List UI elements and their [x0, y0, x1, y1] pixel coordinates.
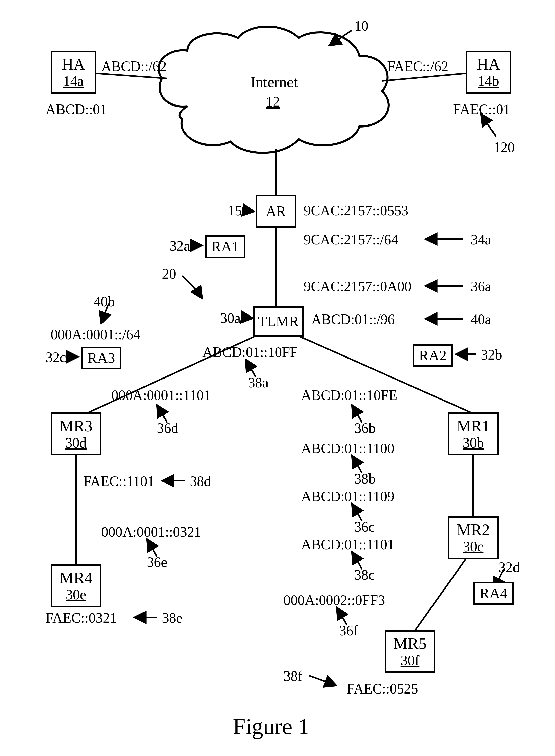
node-ra2: RA2: [413, 344, 453, 367]
link-ha-b-internet: [382, 73, 466, 81]
link-mr2-mr5: [410, 559, 466, 637]
node-mr4: MR4 30e: [51, 564, 101, 607]
ha-b-title: HA: [477, 56, 500, 73]
mr5-title: MR5: [393, 635, 427, 652]
ha-a-addr: ABCD::01: [46, 101, 107, 118]
mr3-sub: 30d: [65, 436, 87, 450]
ref-40a: 40a: [471, 311, 491, 327]
node-ra1: RA1: [205, 235, 246, 258]
addr-34a: 9CAC:2157::/64: [304, 231, 398, 248]
ref-40b: 40b: [94, 294, 115, 310]
addr-38b: ABCD:01::1100: [301, 440, 394, 456]
mr1-sub: 30b: [463, 436, 484, 450]
ref-38a: 38a: [248, 374, 268, 391]
node-mr2: MR2 30c: [448, 516, 499, 559]
addr-38f: FAEC::0525: [347, 681, 418, 697]
ref-38d: 38d: [190, 473, 211, 489]
mr1-title: MR1: [457, 417, 490, 434]
ref-15: 15: [228, 203, 242, 219]
ha-b-sub: 14b: [478, 74, 499, 89]
ref-leader-30a: [246, 317, 253, 318]
figure-title: Figure 1: [233, 713, 309, 740]
ref-36b: 36b: [354, 420, 376, 436]
mr4-title: MR4: [59, 569, 93, 586]
ref-38f: 38f: [284, 668, 302, 684]
node-mr3: MR3 30d: [51, 412, 101, 455]
ref-30a: 30a: [220, 310, 241, 326]
node-tlmr: TLMR: [253, 306, 304, 337]
ref-32d: 32d: [499, 559, 520, 575]
node-mr5: MR5 30f: [385, 630, 435, 673]
ref-leader-15: [243, 210, 254, 212]
addr-36d: 000A:0001::1101: [111, 387, 211, 403]
addr-36f: 000A:0002::0FF3: [284, 592, 385, 608]
node-mr1: MR1 30b: [448, 412, 499, 455]
addr-40a: ABCD:01::/96: [311, 311, 395, 327]
ref-34a: 34a: [471, 231, 491, 248]
node-ra4: RA4: [473, 582, 514, 605]
addr-36c: ABCD:01::1109: [301, 488, 394, 504]
ref-leader-38f: [309, 675, 337, 686]
mr2-sub: 30c: [463, 539, 484, 554]
ra2-title: RA2: [419, 348, 447, 363]
ref-32b: 32b: [481, 347, 502, 363]
ha-a-sub: 14a: [63, 74, 84, 89]
ref-38c: 38c: [354, 567, 375, 583]
mr2-title: MR2: [457, 521, 490, 538]
ha-b-addr: FAEC::01: [453, 101, 510, 118]
ha-a-title: HA: [62, 56, 85, 73]
internet-ref: 12: [266, 94, 280, 110]
mr4-sub: 30e: [66, 587, 86, 602]
ref-arrow-10: [329, 30, 352, 46]
internet-label: Internet: [251, 73, 298, 91]
ref-32a: 32a: [170, 238, 190, 254]
ref-38e: 38e: [162, 610, 182, 626]
ref-36c: 36c: [354, 519, 375, 535]
addr-38a: ABCD:01::10FF: [203, 344, 298, 360]
ref-32c: 32c: [46, 349, 66, 365]
addr-40b: 000A:0001::/64: [51, 326, 140, 343]
node-ra3: RA3: [81, 347, 122, 369]
mr3-title: MR3: [59, 417, 93, 434]
ra4-title: RA4: [480, 586, 507, 601]
ref-120: 120: [494, 139, 515, 155]
link-label-ha-b: FAEC::/62: [387, 58, 449, 74]
ref-36d: 36d: [157, 420, 178, 436]
addr-38c: ABCD:01::1101: [301, 536, 394, 552]
node-ar: AR: [256, 195, 296, 228]
ref-38b: 38b: [354, 471, 376, 487]
addr-36e: 000A:0001::0321: [101, 524, 201, 540]
ref-36e: 36e: [147, 554, 167, 570]
node-ha-b: HA 14b: [466, 51, 511, 94]
mr5-sub: 30f: [400, 653, 420, 668]
ref-36a: 36a: [471, 278, 491, 295]
ref-36f: 36f: [339, 622, 358, 638]
ar-title: AR: [266, 204, 286, 219]
addr-36b: ABCD:01::10FE: [301, 387, 397, 403]
ra1-title: RA1: [211, 239, 239, 255]
link-label-ha-a: ABCD::/62: [101, 58, 167, 74]
node-ha-a: HA 14a: [51, 51, 96, 94]
addr-38d: FAEC::1101: [84, 473, 155, 489]
ref-20: 20: [162, 266, 176, 282]
tlmr-title: TLMR: [258, 314, 299, 329]
ra3-title: RA3: [87, 350, 115, 366]
addr-36a: 9CAC:2157::0A00: [304, 278, 412, 295]
ref-arrow-20: [182, 276, 203, 299]
addr-38e: FAEC::0321: [46, 610, 117, 626]
ref-10: 10: [354, 18, 369, 34]
ar-addr: 9CAC:2157::0553: [304, 203, 409, 219]
